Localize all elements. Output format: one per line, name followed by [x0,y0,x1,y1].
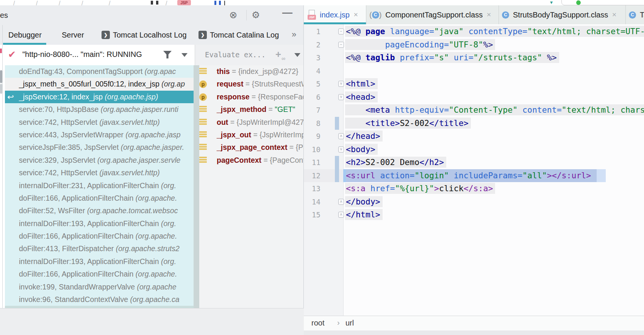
breadcrumb-fragment [156,1,158,5]
top-breadcrumb-strip: / / / / / / JSP ▾ [0,0,644,6]
variable-row[interactable]: presponse = {ResponseFaca [199,91,304,103]
fold-marker-icon[interactable]: ˅ [338,146,344,153]
caret-fragment [224,1,225,5]
stack-frame-row[interactable]: _jspx_meth_s_005furl_005f0:12, index_jsp… [5,78,194,90]
stack-frame-row[interactable]: service:742, HttpServlet (javax.servlet.… [5,116,194,129]
toolwindow-bottom-strip [0,308,304,335]
template-text-patch: <html> [345,78,378,89]
breadcrumb-url[interactable]: url [345,319,354,327]
close-tab-icon[interactable]: ✕ [486,11,491,18]
debug-toolwindow-header: es ⊕ ⚙ — [0,5,304,25]
close-tab-icon[interactable]: ✕ [353,11,358,18]
variable-row[interactable]: _jspx_page_context = {Pag [199,141,304,154]
editor-breadcrumb-bar: root › url [304,316,644,331]
code-line: 14˄</body> [304,195,644,209]
stack-frame-row[interactable]: doEndTag:43, ComponentTagSupport (org.ap… [5,65,194,78]
fold-marker-icon[interactable]: ˄ [338,212,344,218]
variable-value: "GET" [275,105,295,113]
filter-funnel-icon[interactable] [163,51,172,58]
breadcrumb-root[interactable]: root [311,319,324,327]
stack-frame-row[interactable]: service:742, HttpServlet (javax.servlet.… [5,167,194,179]
code-token: "java" [434,27,464,36]
search-field-partial[interactable] [561,0,644,5]
equals-sign: = [261,156,270,164]
code-line: 2− pageEncoding="UTF-8"%> [304,38,644,52]
scrollbar-thumb[interactable] [0,84,2,94]
variable-row[interactable]: out = {JspWriterImpl@427 [199,116,304,129]
close-tab-icon[interactable]: ✕ [612,11,617,18]
frame-package: (org. [161,219,176,228]
stack-frame-row[interactable]: doFilter:413, FilterDispatcher (org.apac… [5,242,194,255]
equals-sign: = [250,93,258,101]
frame-method: service:742, HttpServlet [19,118,99,126]
hide-toolwindow-icon[interactable]: — [282,6,292,19]
evaluate-dropdown-icon[interactable] [294,53,300,57]
add-watch-plus-icon[interactable]: + [275,49,281,60]
add-watch-infinity-icon: ∞ [281,55,285,61]
line-number: 5 [304,77,320,91]
stack-frame-row[interactable]: doFilter:166, ApplicationFilterChain (or… [5,268,194,280]
code-editor[interactable]: 1−<%@ page language="java" contentType="… [304,24,644,316]
thread-dropdown-icon[interactable] [181,53,188,57]
stack-frame-row[interactable]: invoke:96, StandardContextValve (org.apa… [5,293,194,306]
frame-method: service:742, HttpServlet [19,168,99,177]
code-token: prefix [400,53,429,62]
code-token: "UTF-8" [449,40,483,49]
fold-marker-icon[interactable]: − [338,28,344,35]
fold-marker-icon[interactable]: ˄ [338,199,344,205]
frame-package: (org.apache [137,283,176,291]
fold-marker-icon[interactable]: ˄ [338,133,344,139]
variable-row[interactable]: _jspx_method = "GET" [199,103,304,116]
code-token: </head> [346,131,380,141]
editor-tab-ta[interactable]: CTa [625,5,644,24]
gear-icon[interactable]: ⚙ [252,8,260,21]
code-token: </html> [346,210,380,219]
stack-frame-row[interactable]: service:70, HttpJspBase (org.apache.jasp… [5,103,194,116]
frames-variables-splitter[interactable] [194,65,199,308]
stack-frames-list: doEndTag:43, ComponentTagSupport (org.ap… [5,65,194,308]
chevron-down-icon[interactable]: ▾ [550,0,553,5]
stack-frame-row[interactable]: service:443, JspServletWrapper (org.apac… [5,129,194,141]
crosshair-settings-icon[interactable]: ⊕ [226,8,241,22]
stack-frame-row[interactable]: service:329, JspServlet (org.apache.jasp… [5,154,194,167]
stack-frame-row[interactable]: internalDoFilter:193, ApplicationFilterC… [5,217,194,230]
code-token: </body> [346,197,380,206]
parameter-icon: p [199,93,207,101]
variable-row[interactable]: prequest = {StrutsRequestW [199,78,304,90]
debugger-tab-server[interactable]: Server [62,25,84,45]
stack-frame-row[interactable]: internalDoFilter:193, ApplicationFilterC… [5,255,194,268]
code-text: <h2>S2-002 Demo</h2> [346,156,446,169]
equals-sign: = [228,118,236,126]
code-text: </body> [346,195,383,209]
editor-tab-label: index.jsp [320,11,350,19]
fold-marker-icon[interactable]: ˅ [338,94,344,100]
code-token: <%@ [346,53,366,62]
frame-package: (org.apache.jasp [125,131,180,139]
code-token: <head> [346,92,375,102]
scrollbar-thumb[interactable] [0,70,2,83]
variable-row[interactable]: _jspx_out = {JspWriterImp [199,129,304,141]
fold-marker-icon[interactable]: − [338,42,344,48]
code-token: <html> [346,79,375,88]
editor-tab-componenttagsupport-class[interactable]: (C)ComponentTagSupport.class✕ [366,5,499,24]
debugger-tab-tomcat-catalina-log[interactable]: ❯Tomcat Catalina Log [199,25,279,45]
tab-overflow-chevron[interactable]: » [292,30,296,39]
variable-row[interactable]: this = {index_jsp@4272} [199,65,304,78]
stack-frame-row[interactable]: doFilter:166, ApplicationFilterChain (or… [5,192,194,204]
thread-selector-row[interactable]: ✔ "http-nio-8080-... "main": RUNNING [3,45,195,65]
variable-row[interactable]: pageContext = {PageCont [199,154,304,167]
editor-tab-index-jsp[interactable]: JSPindex.jsp✕ [304,5,366,24]
breakpoint-fragment [0,49,2,53]
stack-frame-row[interactable]: invoke:199, StandardWrapperValve (org.ap… [5,281,194,293]
code-token: = [444,40,449,49]
evaluate-expression-input[interactable]: Evaluate ex... [205,50,266,59]
debugger-tab-debugger[interactable]: Debugger [8,25,42,45]
stack-frame-row[interactable]: ↩_jspService:12, index_jsp (org.apache.j… [5,91,194,103]
stack-frame-row[interactable]: serviceJspFile:385, JspServlet (org.apac… [5,141,194,154]
editor-tab-strutsbodytagsupport-class[interactable]: CStrutsBodyTagSupport.class✕ [498,5,626,24]
debugger-tab-tomcat-localhost-log[interactable]: ❯Tomcat Localhost Log [102,25,187,45]
fold-marker-icon[interactable]: ˅ [338,81,344,87]
stack-frame-row[interactable]: internalDoFilter:231, ApplicationFilterC… [5,179,194,192]
stack-frame-row[interactable]: doFilter:166, ApplicationFilterChain (or… [5,230,194,242]
stack-frame-row[interactable]: doFilter:52, WsFilter (org.apache.tomcat… [5,204,194,217]
